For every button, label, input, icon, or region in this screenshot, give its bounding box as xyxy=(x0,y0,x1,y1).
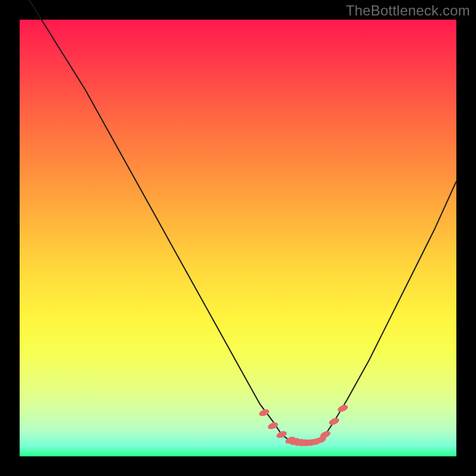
plot-area xyxy=(20,20,456,456)
bottleneck-curve xyxy=(20,0,456,443)
chart-svg xyxy=(20,20,456,456)
watermark-text: TheBottleneck.com xyxy=(346,2,470,19)
curve-marker xyxy=(337,403,349,413)
curve-markers xyxy=(258,403,349,447)
curve-marker xyxy=(328,416,340,426)
chart-frame: TheBottleneck.com xyxy=(0,0,476,476)
